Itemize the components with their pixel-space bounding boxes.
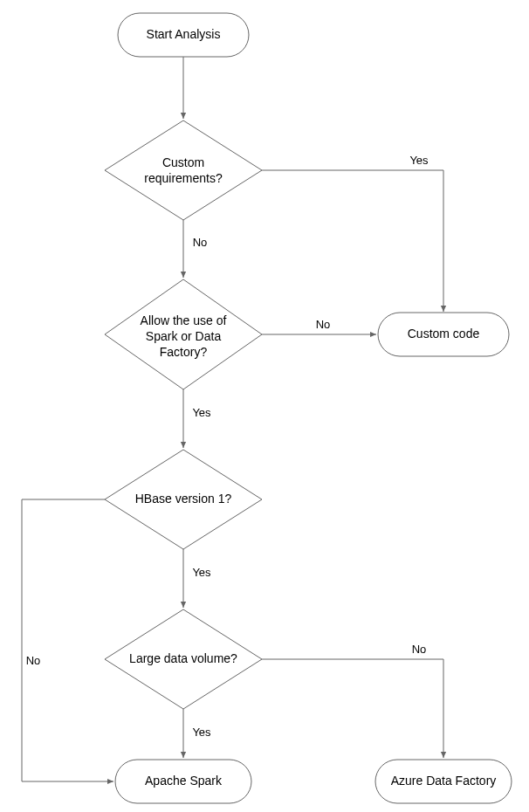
edge-label-no-1: No bbox=[193, 236, 208, 249]
allow-spark-l3: Factory? bbox=[160, 345, 208, 359]
hbase-version-node: HBase version 1? bbox=[105, 450, 262, 549]
edge-label-no-4: No bbox=[412, 643, 427, 656]
hbase-label: HBase version 1? bbox=[135, 492, 232, 506]
custom-requirements-node: Custom requirements? bbox=[105, 120, 262, 220]
edge-largedata-azuredf bbox=[262, 659, 443, 758]
allow-spark-l1: Allow the use of bbox=[141, 313, 227, 327]
apache-spark-label: Apache Spark bbox=[145, 774, 223, 788]
start-node: Start Analysis bbox=[118, 13, 249, 57]
custom-req-l2: requirements? bbox=[144, 171, 223, 185]
edge-label-yes-4: Yes bbox=[192, 726, 211, 739]
edge-label-yes-3: Yes bbox=[192, 566, 211, 579]
custom-req-l1: Custom bbox=[162, 155, 204, 169]
edge-label-yes-1: Yes bbox=[409, 154, 429, 167]
apache-spark-node: Apache Spark bbox=[115, 760, 251, 803]
custom-code-node: Custom code bbox=[378, 313, 509, 356]
edge-label-yes-2: Yes bbox=[192, 406, 211, 419]
flowchart-diagram: Start Analysis Custom requirements? Yes … bbox=[0, 0, 529, 812]
edge-hbase-apachespark bbox=[22, 499, 113, 781]
azure-df-label: Azure Data Factory bbox=[391, 774, 497, 788]
allow-spark-l2: Spark or Data bbox=[146, 329, 222, 343]
azure-df-node: Azure Data Factory bbox=[375, 760, 512, 803]
large-data-label: Large data volume? bbox=[129, 651, 237, 665]
start-label: Start Analysis bbox=[147, 27, 221, 41]
custom-code-label: Custom code bbox=[408, 327, 480, 341]
edge-customreq-customcode bbox=[262, 170, 443, 312]
large-data-node: Large data volume? bbox=[105, 609, 262, 709]
allow-spark-node: Allow the use of Spark or Data Factory? bbox=[105, 279, 262, 389]
edge-label-no-3: No bbox=[26, 654, 41, 667]
edge-label-no-2: No bbox=[316, 318, 331, 331]
